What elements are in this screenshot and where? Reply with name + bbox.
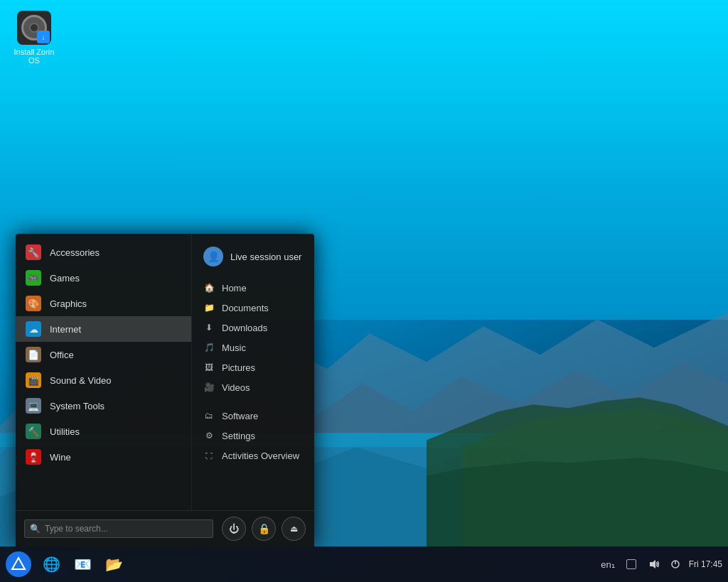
sound-video-icon: 🎬	[26, 372, 41, 388]
menu-item-music[interactable]: 🎵 Music	[192, 338, 314, 357]
power-icon: ⏻	[229, 523, 239, 534]
menu-item-games[interactable]: 🎮 Games	[16, 265, 191, 291]
svg-marker-10	[650, 560, 655, 568]
user-section[interactable]: 👤 Live session user	[192, 239, 314, 278]
action-buttons: ⏻ 🔒 ⏏	[222, 517, 306, 541]
browser-icon: 🌐	[43, 556, 60, 573]
power-tray-icon[interactable]	[668, 556, 683, 572]
user-name: Live session user	[230, 252, 301, 262]
menu-item-internet[interactable]: ☁ Internet	[16, 316, 191, 342]
utilities-icon: 🔨	[26, 424, 41, 439]
search-input[interactable]	[24, 519, 213, 538]
desktop-icon-label: Install Zorin OS	[6, 48, 63, 65]
logout-icon: ⏏	[290, 524, 298, 534]
lock-button[interactable]: 🔒	[252, 517, 276, 541]
accessories-icon: 🔧	[26, 244, 41, 260]
system-tray: en₁ Fri 17:45	[598, 556, 722, 573]
svg-marker-7	[427, 458, 728, 546]
menu-item-wine[interactable]: 🍷 Wine	[16, 444, 191, 470]
menu-item-software[interactable]: 🗂 Software	[192, 406, 314, 426]
menu-item-pictures[interactable]: 🖼 Pictures	[192, 357, 314, 377]
logout-button[interactable]: ⏏	[282, 517, 306, 541]
search-wrap: 🔍	[24, 519, 213, 538]
downloads-icon: ⬇	[203, 322, 215, 333]
power-icon-tray	[670, 559, 680, 569]
volume-icon	[648, 559, 659, 570]
menu-item-downloads[interactable]: ⬇ Downloads	[192, 318, 314, 338]
games-icon: 🎮	[26, 270, 41, 286]
menu-item-activities[interactable]: ⛶ Activities Overview	[192, 446, 314, 465]
desktop-icon-zorin-os[interactable]: ↓ Install Zorin OS	[6, 11, 63, 65]
home-icon: 🏠	[203, 282, 215, 293]
taskbar-email[interactable]: 📧	[68, 550, 97, 578]
menu-item-home[interactable]: 🏠 Home	[192, 278, 314, 298]
menu-item-system-tools[interactable]: 💻 System Tools	[16, 393, 191, 419]
window-icon	[626, 559, 636, 569]
clock-display[interactable]: Fri 17:45	[689, 559, 722, 569]
menu-item-accessories[interactable]: 🔧 Accessories	[16, 239, 191, 265]
svg-marker-8	[12, 558, 25, 569]
power-button[interactable]: ⏻	[222, 517, 246, 541]
videos-icon: 🎥	[203, 382, 215, 393]
separator	[192, 397, 314, 406]
taskbar-browser[interactable]: 🌐	[37, 550, 65, 578]
activities-icon: ⛶	[203, 450, 215, 461]
lock-icon: 🔒	[258, 523, 270, 534]
taskbar-files[interactable]: 📂	[100, 550, 128, 578]
window-tray-icon[interactable]	[623, 556, 639, 572]
menu-item-graphics[interactable]: 🎨 Graphics	[16, 291, 191, 316]
taskbar: 🌐 📧 📂 en₁	[0, 546, 728, 582]
desktop: ↓ Install Zorin OS 🔧 Accessories 🎮 Games…	[0, 0, 728, 582]
wine-icon: 🍷	[26, 449, 41, 465]
menu-item-office[interactable]: 📄 Office	[16, 342, 191, 367]
menu-bottom-bar: 🔍 ⏻ 🔒 ⏏	[16, 510, 314, 546]
menu-main-area: 🔧 Accessories 🎮 Games 🎨 Graphics ☁ Inter…	[16, 234, 314, 510]
zorin-logo-icon	[11, 556, 26, 572]
menu-places-panel: 👤 Live session user 🏠 Home 📁 Documents ⬇…	[192, 234, 314, 510]
email-icon: 📧	[74, 556, 92, 573]
documents-icon: 📁	[203, 302, 215, 313]
system-tools-icon: 💻	[26, 398, 41, 414]
menu-item-utilities[interactable]: 🔨 Utilities	[16, 419, 191, 444]
start-button[interactable]	[6, 551, 31, 577]
menu-categories-panel: 🔧 Accessories 🎮 Games 🎨 Graphics ☁ Inter…	[16, 234, 192, 510]
volume-tray-icon[interactable]	[645, 556, 662, 573]
software-icon: 🗂	[203, 410, 215, 421]
music-icon: 🎵	[203, 342, 215, 353]
office-icon: 📄	[26, 347, 41, 362]
internet-icon: ☁	[26, 321, 41, 337]
install-badge-icon: ↓	[37, 31, 50, 43]
menu-item-sound-video[interactable]: 🎬 Sound & Video	[16, 367, 191, 393]
pictures-icon: 🖼	[203, 362, 215, 373]
files-icon: 📂	[105, 556, 123, 573]
menu-item-videos[interactable]: 🎥 Videos	[192, 377, 314, 397]
menu-item-documents[interactable]: 📁 Documents	[192, 298, 314, 318]
menu-item-settings[interactable]: ⚙ Settings	[192, 426, 314, 446]
language-indicator[interactable]: en₁	[598, 556, 617, 573]
start-menu: 🔧 Accessories 🎮 Games 🎨 Graphics ☁ Inter…	[16, 234, 314, 546]
graphics-icon: 🎨	[26, 296, 41, 311]
user-avatar: 👤	[203, 247, 223, 266]
settings-icon: ⚙	[203, 430, 215, 441]
